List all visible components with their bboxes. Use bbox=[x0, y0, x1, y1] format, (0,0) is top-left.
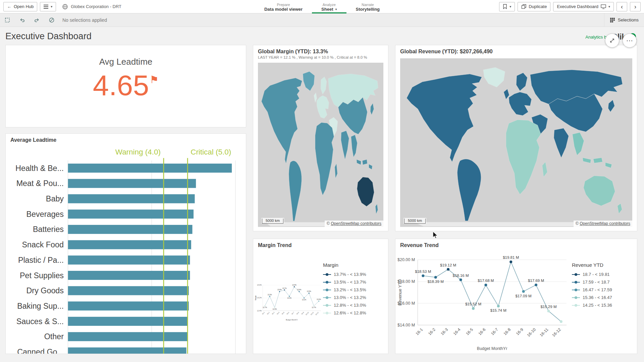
avg-leadtime-kpi-panel[interactable]: Avg Leadtime 4.65 ⚑ bbox=[5, 45, 246, 127]
map-region-madagascar[interactable] bbox=[335, 164, 337, 178]
data-point[interactable] bbox=[497, 305, 500, 307]
data-point[interactable] bbox=[318, 301, 319, 302]
margin-world-map[interactable]: 5000 km © OpenStreetMap contributors bbox=[258, 63, 383, 227]
map-region-australia[interactable] bbox=[584, 176, 615, 206]
map-region-indonesia[interactable] bbox=[583, 158, 612, 168]
step-forward-button[interactable] bbox=[30, 13, 44, 26]
data-point[interactable] bbox=[279, 291, 280, 292]
map-region-north-america[interactable] bbox=[407, 74, 482, 162]
data-point[interactable] bbox=[274, 307, 275, 308]
next-sheet-button[interactable]: › bbox=[630, 2, 641, 11]
margin-trend-line-chart[interactable]: 14.0%13.2%12.4%12.7%15-113.3%15-212.6%15… bbox=[255, 251, 323, 352]
open-hub-button[interactable]: ← Open Hub bbox=[3, 2, 37, 11]
map-region-uk[interactable] bbox=[504, 89, 509, 100]
data-point[interactable] bbox=[547, 310, 550, 312]
bookmarks-button[interactable]: ▾ bbox=[499, 2, 515, 11]
map-region-new-zealand[interactable] bbox=[618, 203, 622, 214]
data-point[interactable] bbox=[309, 293, 310, 294]
map-region-africa[interactable] bbox=[506, 120, 541, 194]
data-point[interactable] bbox=[447, 268, 449, 271]
map-region-scandinavia[interactable] bbox=[321, 77, 327, 95]
data-point[interactable] bbox=[472, 307, 475, 310]
map-region-uk[interactable] bbox=[314, 93, 317, 103]
map-region-africa[interactable] bbox=[315, 123, 334, 195]
data-point[interactable] bbox=[299, 291, 300, 292]
duplicate-button[interactable]: Duplicate bbox=[518, 2, 550, 11]
bar[interactable] bbox=[68, 164, 232, 173]
map-region-india[interactable] bbox=[341, 131, 349, 160]
bar[interactable] bbox=[68, 179, 196, 188]
clear-selections-button[interactable] bbox=[44, 13, 59, 26]
legend-item[interactable]: 12.6% - < 12.8% bbox=[323, 310, 385, 315]
data-point[interactable] bbox=[269, 296, 270, 297]
map-region-se-asia[interactable] bbox=[351, 135, 358, 157]
data-point[interactable] bbox=[264, 305, 265, 306]
data-point[interactable] bbox=[284, 290, 285, 291]
map-region-east-asia[interactable] bbox=[549, 94, 603, 132]
legend-item[interactable]: 13.7% - < 13.9% bbox=[323, 272, 385, 277]
map-region-japan[interactable] bbox=[370, 103, 374, 115]
map-region-scandinavia[interactable] bbox=[516, 73, 527, 91]
legend-item[interactable]: 13.5% - < 13.7% bbox=[323, 280, 385, 285]
data-point[interactable] bbox=[522, 290, 525, 293]
map-region-greenland[interactable] bbox=[483, 67, 505, 87]
bar[interactable] bbox=[68, 286, 189, 295]
data-point[interactable] bbox=[294, 286, 295, 287]
bar[interactable] bbox=[68, 225, 193, 234]
revenue-world-map[interactable]: 5000 km © OpenStreetMap contributors bbox=[400, 58, 632, 227]
bar[interactable] bbox=[68, 271, 190, 280]
data-point[interactable] bbox=[422, 275, 424, 277]
data-point[interactable] bbox=[313, 305, 314, 306]
data-point[interactable] bbox=[289, 296, 290, 297]
map-region-greenland[interactable] bbox=[303, 71, 315, 91]
bar[interactable] bbox=[68, 240, 191, 249]
bar[interactable] bbox=[68, 332, 188, 341]
legend-item[interactable]: 18.7 - < 19.81 bbox=[572, 272, 634, 277]
data-point[interactable] bbox=[535, 284, 537, 286]
global-menu-button[interactable]: ▾ bbox=[40, 2, 56, 11]
tab-narrate[interactable]: Narrate Storytelling bbox=[346, 0, 389, 13]
map-region-north-america[interactable] bbox=[261, 78, 302, 164]
bar[interactable] bbox=[68, 348, 186, 354]
legend-item[interactable]: 13.2% - < 13.5% bbox=[323, 287, 385, 292]
map-region-south-america[interactable] bbox=[457, 159, 481, 221]
data-point[interactable] bbox=[434, 276, 437, 279]
expand-sheet-button[interactable] bbox=[605, 34, 619, 48]
map-region-europe[interactable] bbox=[317, 96, 329, 118]
legend-item[interactable]: 15.36 - < 16.47 bbox=[572, 295, 634, 300]
selections-panel-button[interactable]: Selections bbox=[604, 13, 644, 26]
tab-prepare[interactable]: Prepare Data model viewer bbox=[255, 0, 312, 13]
bar[interactable] bbox=[68, 317, 188, 326]
map-region-new-zealand[interactable] bbox=[375, 204, 378, 214]
legend-item[interactable]: 16.47 - < 17.59 bbox=[572, 287, 634, 292]
data-point[interactable] bbox=[484, 284, 487, 286]
bar[interactable] bbox=[68, 301, 189, 310]
data-point[interactable] bbox=[560, 320, 562, 323]
map-region-europe[interactable] bbox=[509, 92, 532, 116]
selections-tool-icon-button[interactable] bbox=[0, 13, 15, 26]
leadtime-bar-chart[interactable]: Health & Be...Meat & Pou...BabyBeverages… bbox=[6, 145, 246, 354]
map-region-madagascar[interactable] bbox=[542, 162, 547, 177]
data-point[interactable] bbox=[509, 260, 512, 263]
osm-attribution-link[interactable]: OpenStreetMap contributors bbox=[580, 221, 630, 226]
legend-item[interactable]: 14.25 - < 15.36 bbox=[572, 303, 634, 308]
map-region-east-asia[interactable] bbox=[338, 97, 367, 134]
map-region-japan[interactable] bbox=[608, 100, 614, 112]
step-back-button[interactable] bbox=[15, 13, 30, 26]
map-region-indonesia[interactable] bbox=[357, 160, 372, 170]
legend-item[interactable]: 12.8% - < 13.0% bbox=[323, 303, 385, 308]
sheet-selector-dropdown[interactable]: Executive Dashboard ▾ bbox=[553, 2, 614, 11]
osm-attribution-link[interactable]: OpenStreetMap contributors bbox=[331, 221, 381, 226]
map-region-india[interactable] bbox=[554, 128, 569, 158]
previous-sheet-button[interactable]: ‹ bbox=[616, 2, 627, 11]
map-region-se-asia[interactable] bbox=[572, 132, 584, 155]
data-point[interactable] bbox=[304, 297, 305, 298]
legend-item[interactable]: 17.59 - < 18.7 bbox=[572, 280, 634, 285]
chevron-down-icon[interactable]: ▾ bbox=[335, 7, 337, 12]
map-region-australia[interactable] bbox=[357, 177, 374, 206]
bar[interactable] bbox=[68, 209, 194, 219]
legend-item[interactable]: 13.0% - < 13.2% bbox=[323, 295, 385, 300]
tab-analyze[interactable]: Analyze Sheet ▾ bbox=[312, 0, 346, 13]
map-region-south-america[interactable] bbox=[289, 161, 302, 221]
revenue-trend-line-chart[interactable]: $20.00 M$18.00 M$16.00 M$14.00 M$18.53 M… bbox=[397, 251, 572, 352]
